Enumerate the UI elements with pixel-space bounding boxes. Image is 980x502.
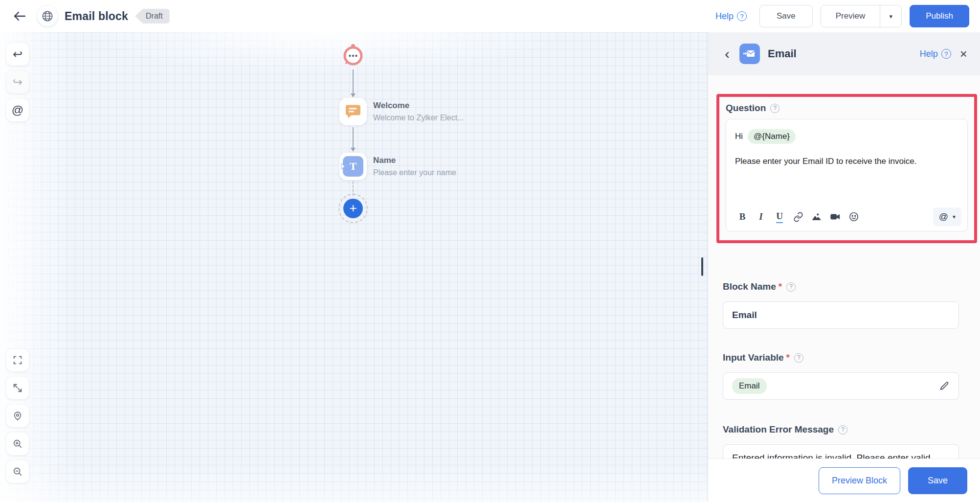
back-button[interactable] [11,7,28,25]
link-icon [793,212,803,222]
redo-button[interactable]: ↪ [6,71,29,93]
bold-button[interactable]: B [734,209,751,225]
block-name-input[interactable] [732,310,950,320]
connector-line [353,69,354,96]
input-variable-label-row: Input Variable * ? [723,352,959,363]
block-name-label-row: Block Name * ? [723,281,959,292]
panel-header: ‹ Email Help ? × [708,32,980,75]
node-name[interactable]: T [339,153,367,180]
insert-image-button[interactable] [808,209,825,225]
arrowhead-icon [351,93,356,97]
video-camera-icon [830,211,841,222]
bot-start-node[interactable] [340,41,366,69]
caret-down-icon: ▾ [953,213,956,220]
redo-icon: ↪ [13,75,22,89]
panel-title: Email [768,47,797,60]
variable-chip-email[interactable]: Email [732,378,767,394]
node-title: Name [373,156,396,165]
help-circle-icon: ? [838,425,847,434]
flow-diagram: Welcome Welcome to Zylker Elect... T Nam… [0,32,708,502]
resize-arrows-icon [12,383,23,393]
expand-canvas-button[interactable] [6,377,29,399]
help-circle-icon: ? [786,282,796,292]
image-icon [811,211,822,222]
italic-button[interactable]: I [753,209,769,225]
input-variable-label: Input Variable [723,352,784,363]
page-title: Email block [65,10,128,23]
email-block-panel: ‹ Email Help ? × Question ? Hi @{Name} [708,32,980,502]
question-label-row: Question ? [726,103,968,114]
required-marker: * [779,281,782,292]
emoji-button[interactable] [846,209,862,225]
at-icon: @ [939,211,948,222]
chevron-left-icon: ‹ [725,46,730,62]
panel-help-label: Help [920,49,938,59]
zoom-in-icon [12,438,23,449]
node-subtitle: Please enter your name [373,168,456,177]
help-link[interactable]: Help ? [715,11,747,22]
preview-split-button: Preview ▾ [821,5,902,27]
validation-label: Validation Error Message [723,424,834,435]
plus-icon: + [349,202,356,214]
block-name-label: Block Name [723,281,776,292]
question-section-highlight: Question ? Hi @{Name} Please enter your … [716,94,977,243]
italic-icon: I [759,211,762,222]
zoom-in-button[interactable] [6,433,29,455]
help-label: Help [715,11,734,22]
zoom-out-button[interactable] [6,460,29,483]
canvas-toolbar-top: ↩ ↪ @ [6,43,29,121]
required-marker: * [786,352,790,363]
undo-button[interactable]: ↩ [6,43,29,66]
email-block-icon [739,44,760,64]
question-text-line2: Please enter your Email ID to receive th… [735,157,958,166]
insert-variable-button[interactable]: @ ▾ [933,207,961,226]
link-button[interactable] [790,209,806,225]
status-badge: Draft [135,9,170,23]
help-circle-icon: ? [737,11,747,21]
bot-icon [340,41,366,68]
bold-icon: B [739,211,746,222]
editor-toolbar: B I U @ ▾ [734,207,961,226]
fit-screen-button[interactable] [6,349,29,371]
text-input-block-icon: T [343,156,363,177]
chat-bubble-icon [344,103,362,120]
insert-video-button[interactable] [827,209,844,225]
panel-back-button[interactable]: ‹ [723,46,732,61]
flow-canvas[interactable]: ↩ ↪ @ [0,32,708,502]
question-editor[interactable]: Hi @{Name} Please enter your Email ID to… [726,119,968,231]
input-variable-field: Email [723,372,959,400]
variable-chip-name[interactable]: @{Name} [748,129,796,144]
panel-save-button[interactable]: Save [908,467,967,494]
topbar-actions: Help ? Save Preview ▾ Publish [715,5,969,27]
locate-button[interactable] [6,405,29,427]
help-circle-icon: ? [794,353,803,363]
preview-dropdown-button[interactable]: ▾ [880,5,901,27]
add-block-slot: + [338,194,368,223]
entry-arrow-icon [338,162,347,170]
panel-close-button[interactable]: × [960,47,967,60]
validation-label-row: Validation Error Message ? [723,424,959,435]
connector-line [353,127,354,151]
publish-button[interactable]: Publish [910,5,969,27]
input-variable-section: Input Variable * ? Email [723,352,959,400]
node-welcome[interactable] [339,98,367,125]
mention-tool-button[interactable]: @ [6,99,29,121]
panel-footer: Preview Block Save [708,458,980,502]
question-text-line1: Hi @{Name} [735,129,958,144]
preview-block-button[interactable]: Preview Block [819,467,900,494]
edit-variable-button[interactable] [939,381,950,391]
caret-down-icon: ▾ [889,13,892,20]
topbar: Email block Draft Help ? Save Preview ▾ … [0,0,980,32]
smiley-icon [848,211,859,222]
preview-button[interactable]: Preview [821,5,880,27]
underline-button[interactable]: U [771,209,788,225]
globe-icon [37,6,58,26]
panel-resize-handle[interactable] [701,257,703,276]
save-button[interactable]: Save [759,5,813,27]
add-block-button[interactable]: + [343,199,363,218]
panel-help-link[interactable]: Help ? [920,49,951,59]
fullscreen-icon [12,355,23,365]
pencil-icon [939,381,950,391]
node-title: Welcome [373,101,409,111]
undo-icon: ↩ [13,47,22,61]
